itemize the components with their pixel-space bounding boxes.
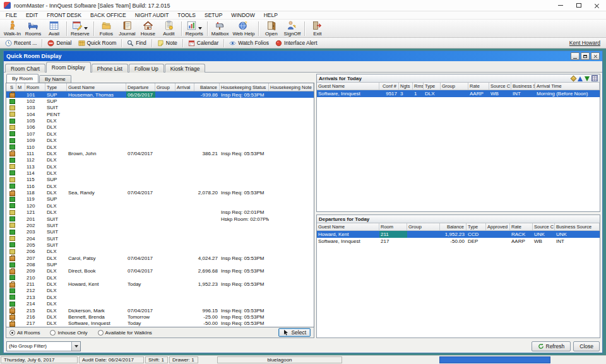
dropdown-arrow-icon[interactable] xyxy=(84,27,88,30)
col-header-arrival[interactable]: Arrival xyxy=(175,83,194,91)
room-row-103[interactable]: 103SUIT xyxy=(6,105,314,111)
col-header-balance[interactable]: Balance xyxy=(440,223,466,230)
col-header-departure[interactable]: Departure xyxy=(126,83,155,91)
room-row-214[interactable]: 214DLX xyxy=(6,301,314,307)
child-minimize-button[interactable] xyxy=(571,52,579,60)
room-row-217[interactable]: 217DLXSoftware, InnquestToday-50.00Insp … xyxy=(6,320,314,327)
minimize-button[interactable] xyxy=(551,0,569,11)
room-row-114[interactable]: 114DLX xyxy=(6,170,314,176)
menu-edit[interactable]: EDIT xyxy=(21,12,42,18)
col-header-source-c[interactable]: Source C xyxy=(489,83,511,90)
room-row-112[interactable]: 112DLX xyxy=(6,157,314,163)
reports-button[interactable]: Reports xyxy=(184,20,205,37)
room-row-209[interactable]: 209DLXDirect, Book07/04/20172,696.68Insp… xyxy=(6,268,314,274)
room-row-213[interactable]: 213DLX xyxy=(6,294,314,300)
room-row-207[interactable]: 207DLXCarol, Patsy07/04/20174,024.27Insp… xyxy=(6,255,314,261)
menu-night-audit[interactable]: NIGHT AUDIT xyxy=(131,12,174,18)
child-title-bar[interactable]: Quick Room Display xyxy=(4,51,602,61)
room-row-119[interactable]: 119SUP xyxy=(6,196,314,203)
dropdown-arrow-icon[interactable] xyxy=(198,27,202,30)
signoff-button[interactable]: SignOff xyxy=(282,20,302,37)
room-row-111[interactable]: 111DLXBrown, John07/04/2017386.21Insp Re… xyxy=(6,150,314,156)
quick-room-button[interactable]: Quick Room xyxy=(75,40,120,47)
dropdown-arrow-icon[interactable] xyxy=(71,342,80,351)
tab-phone-list[interactable]: Phone List xyxy=(92,64,128,73)
departure-row-software-innquest[interactable]: Software, Innquest217-50.00DEPAARPWBINT xyxy=(317,238,600,245)
col-header-business-source[interactable]: Business Source xyxy=(555,223,600,230)
tab-follow-up[interactable]: Follow Up xyxy=(129,64,164,73)
tab-room-display[interactable]: Room Display xyxy=(46,62,91,73)
menu-tools[interactable]: TOOLS xyxy=(173,12,200,18)
col-header-rate[interactable]: Rate xyxy=(510,223,533,230)
room-row-102[interactable]: 102SUP xyxy=(6,98,314,104)
room-row-212[interactable]: 212DLX xyxy=(6,288,314,294)
col-header-arrival-time[interactable]: Arrival Time xyxy=(535,83,600,90)
refresh-button[interactable]: Refresh xyxy=(532,341,571,351)
room-row-106[interactable]: 106DLX xyxy=(6,124,314,131)
col-header-rms[interactable]: Rms xyxy=(413,83,424,90)
journal-button[interactable]: Journal xyxy=(117,20,138,37)
room-row-107[interactable]: 107DLX xyxy=(6,131,314,137)
rooms-button[interactable]: Rooms xyxy=(23,20,44,37)
open-button[interactable]: Open xyxy=(261,20,282,37)
find-button[interactable]: Find xyxy=(124,40,150,47)
menu-file[interactable]: FILE xyxy=(1,12,21,18)
audit-button[interactable]: Audit xyxy=(158,20,179,37)
room-row-216[interactable]: 216DLXBennett, BrendaTomorrow-25.00Insp … xyxy=(6,314,314,320)
col-header-approved[interactable]: Approved xyxy=(486,223,510,230)
watch-folios-button[interactable]: Watch Folios xyxy=(226,40,272,47)
menu-help[interactable]: HELP xyxy=(259,12,282,18)
col-header-type[interactable]: Type xyxy=(424,83,441,90)
room-row-110[interactable]: 110DLX xyxy=(6,144,314,150)
room-row-101[interactable]: 101SUPHouseman, Thomas06/26/2017-939.86I… xyxy=(6,91,314,98)
radio-all-rooms[interactable]: All Rooms xyxy=(9,330,40,336)
col-header-type[interactable]: Type xyxy=(466,223,486,230)
tab-room-chart[interactable]: Room Chart xyxy=(5,64,45,73)
mailbox-button[interactable]: Mailbox xyxy=(210,20,231,37)
room-row-105[interactable]: 105DLX xyxy=(6,117,314,124)
room-row-202[interactable]: 202SUIT xyxy=(6,222,314,228)
reserve-button[interactable]: Reserve xyxy=(69,20,92,37)
departure-row-howard-kent[interactable]: Howard, Kent2111,952.23CCDRACKUNKUNK xyxy=(317,231,600,238)
room-row-120[interactable]: 120DLX xyxy=(6,203,314,209)
menu-window[interactable]: WINDOW xyxy=(227,12,259,18)
col-header-group[interactable]: Group xyxy=(155,83,175,91)
subtab-by-name[interactable]: By Name xyxy=(39,75,71,83)
denial-button[interactable]: Denial xyxy=(44,40,74,47)
col-header-guest-name[interactable]: Guest Name xyxy=(67,83,126,91)
col-header-guest-name[interactable]: Guest Name xyxy=(317,223,379,230)
room-row-215[interactable]: 215DLXDickerson, Mark07/04/2017996.15Ins… xyxy=(6,307,314,314)
room-row-208[interactable]: 208SUP xyxy=(6,261,314,267)
col-header-m[interactable]: M xyxy=(16,83,25,91)
recent-button[interactable]: Recent ... xyxy=(2,40,40,47)
calendar-button[interactable]: Calendar xyxy=(185,40,222,47)
col-header-s[interactable]: S xyxy=(6,83,16,91)
room-row-206[interactable]: 206DLX xyxy=(6,249,314,255)
col-header-balance[interactable]: Balance xyxy=(194,83,220,91)
close-window-button[interactable]: Close xyxy=(573,341,600,351)
child-restore-button[interactable] xyxy=(581,52,590,60)
room-row-113[interactable]: 113DLX xyxy=(6,163,314,170)
menu-setup[interactable]: SETUP xyxy=(200,12,227,18)
room-row-211[interactable]: 211DLXHoward, KentToday1,952.23Insp Req:… xyxy=(6,281,314,287)
room-row-104[interactable]: 104PENT xyxy=(6,111,314,117)
room-row-205[interactable]: 205SUIT xyxy=(6,242,314,248)
room-row-201[interactable]: 201SUITHskp Room: 02:07PM xyxy=(6,216,314,222)
subtab-by-room[interactable]: By Room xyxy=(6,74,39,83)
menu-front-desk[interactable]: FRONT DESK xyxy=(42,12,86,18)
room-row-121[interactable]: 121DLXInsp Req: 02:01PM xyxy=(6,209,314,215)
radio-inhouse-only[interactable]: Inhouse Only xyxy=(50,330,87,336)
col-header-ngts[interactable]: Ngts xyxy=(399,83,413,90)
col-header-source-c[interactable]: Source C xyxy=(533,223,555,230)
checkin-icon[interactable] xyxy=(571,76,577,82)
menu-back-office[interactable]: BACK OFFICE xyxy=(86,12,131,18)
room-row-203[interactable]: 203SUIT xyxy=(6,229,314,235)
room-row-204[interactable]: 204SUIT xyxy=(6,235,314,242)
room-row-109[interactable]: 109DLX xyxy=(6,138,314,144)
arrival-row-software-innquest[interactable]: Software, Innquest951731DLXAARPWBINTMorn… xyxy=(317,90,600,97)
radio-available-for-walkins[interactable]: Available for WalkIns xyxy=(98,330,152,336)
col-header-room[interactable]: Room xyxy=(379,223,407,230)
tab-kiosk-triage[interactable]: Kiosk Triage xyxy=(165,64,206,73)
avail-button[interactable]: Avail xyxy=(44,20,64,37)
col-header-conf[interactable]: Conf # xyxy=(379,83,399,90)
